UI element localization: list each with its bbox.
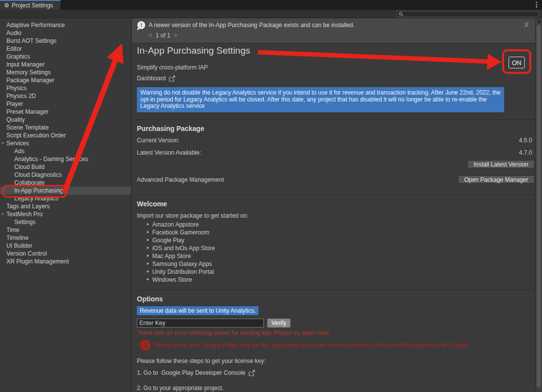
latest-version-value: 4.7.0: [519, 149, 532, 156]
section-divider: [132, 195, 535, 195]
open-package-manager-button[interactable]: Open Package Manager: [458, 175, 535, 184]
info-icon: i: [140, 340, 151, 351]
sidebar-item-quality[interactable]: Quality: [0, 116, 131, 124]
alert-bubble-icon: !: [137, 21, 145, 29]
project-settings-window: ⚙ Project Settings ⋮ Adaptive Performanc…: [0, 0, 542, 392]
verify-button[interactable]: Verify: [267, 319, 290, 327]
vertical-scrollbar[interactable]: [535, 18, 542, 392]
sidebar-item-scene-template[interactable]: Scene Template: [0, 124, 131, 131]
scroll-up-icon[interactable]: [537, 20, 541, 23]
sidebar-item-physics[interactable]: Physics: [0, 84, 131, 92]
sidebar-item-analytics-gaming-services[interactable]: Analytics - Gaming Services: [0, 155, 131, 163]
gear-icon: ⚙: [4, 2, 9, 8]
current-version-value: 4.5.0: [519, 137, 532, 144]
settings-list: Adaptive PerformanceAudioBurst AOT Setti…: [0, 21, 131, 265]
sidebar-item-label: UI Builder: [0, 242, 32, 249]
sidebar-item-player[interactable]: Player: [0, 100, 131, 108]
sidebar-item-label: Audio: [0, 30, 22, 36]
google-play-console-link[interactable]: Google Play Developer Console: [161, 369, 246, 376]
license-key-input[interactable]: [137, 319, 264, 327]
sidebar-item-label: Package Manager: [0, 77, 54, 84]
close-icon[interactable]: X: [524, 21, 529, 29]
sidebar-item-label: Script Execution Order: [0, 132, 66, 139]
store-list-item: Unity Distribution Portal: [147, 268, 215, 276]
sidebar-item-script-execution-order[interactable]: Script Execution Order: [0, 131, 131, 139]
foldout-arrow-icon[interactable]: ▼: [1, 212, 4, 216]
sidebar-item-label: Version Control: [0, 250, 47, 257]
sidebar-item-ads[interactable]: Ads: [0, 147, 131, 155]
sidebar-item-label: Quality: [0, 116, 25, 123]
sidebar-item-label: Collaborate: [0, 179, 44, 186]
sidebar-item-input-manager[interactable]: Input Manager: [0, 61, 131, 68]
sidebar-item-audio[interactable]: Audio: [0, 29, 131, 37]
pagination-prev-button[interactable]: <: [149, 32, 152, 39]
search-box[interactable]: [396, 11, 540, 17]
sidebar-item-preset-manager[interactable]: Preset Manager: [0, 108, 131, 116]
sidebar-item-package-manager[interactable]: Package Manager: [0, 76, 131, 84]
sidebar-item-label: Physics: [0, 85, 27, 92]
sidebar-item-label: Timeline: [0, 234, 29, 241]
section-divider: [132, 119, 535, 120]
install-latest-version-button[interactable]: Install Latest Version: [467, 160, 535, 168]
sidebar-item-label: Scene Template: [0, 124, 49, 131]
scrollbar-thumb[interactable]: [537, 25, 541, 388]
sidebar-item-version-control[interactable]: Version Control: [0, 250, 131, 258]
current-version-label: Current Version:: [137, 137, 180, 144]
google-key-message: Please enter your Google Public Key for …: [154, 342, 470, 349]
sidebar-item-cloud-diagnostics[interactable]: Cloud Diagnostics: [0, 171, 131, 179]
pagination-next-button[interactable]: >: [174, 32, 177, 39]
sidebar-item-label: TextMesh Pro: [0, 211, 42, 218]
store-list-item: Windows Store: [147, 276, 215, 284]
kebab-menu-icon[interactable]: ⋮: [533, 0, 540, 8]
sidebar-item-xr-plugin-management[interactable]: XR Plugin Management: [0, 258, 131, 265]
sidebar-item-textmesh-pro[interactable]: ▼TextMesh Pro: [0, 210, 131, 218]
sidebar-item-label: Settings: [0, 219, 35, 226]
legacy-analytics-warning: Warning do not disable the Legacy Analyt…: [137, 87, 504, 112]
store-list-item: Google Play: [147, 236, 215, 244]
sidebar-item-cloud-build[interactable]: Cloud Build: [0, 163, 131, 171]
sidebar-item-in-app-purchasing[interactable]: In-App Purchasing: [0, 187, 131, 195]
sidebar-item-physics-2d[interactable]: Physics 2D: [0, 92, 131, 100]
sidebar-item-graphics[interactable]: Graphics: [0, 53, 131, 61]
store-list-item: Facebook Gameroom: [147, 229, 215, 236]
update-notification-banner: ! A newer version of the In-App Purchasi…: [132, 18, 535, 43]
sidebar-item-label: Cloud Diagnostics: [0, 171, 62, 178]
step-1-prefix: 1. Go to: [137, 369, 158, 376]
sidebar-item-timeline[interactable]: Timeline: [0, 234, 131, 242]
tab-bar: ⚙ Project Settings ⋮: [0, 0, 542, 10]
sidebar-item-memory-settings[interactable]: Memory Settings: [0, 68, 131, 76]
iap-on-toggle[interactable]: ON: [509, 57, 525, 68]
external-link-icon: [249, 370, 255, 376]
sidebar-item-label: Legacy Analytics: [0, 195, 58, 202]
sidebar-item-time[interactable]: Time: [0, 226, 131, 234]
sidebar-item-ui-builder[interactable]: UI Builder: [0, 242, 131, 250]
purchasing-package-title: Purchasing Package: [137, 125, 204, 132]
foldout-arrow-icon[interactable]: ▼: [1, 141, 4, 145]
external-link-icon: [169, 75, 175, 82]
sidebar-item-tags-and-layers[interactable]: Tags and Layers: [0, 202, 131, 210]
step-2: 2. Go to your appropriate project.: [137, 385, 223, 392]
sidebar-item-label: Editor: [0, 45, 22, 52]
sidebar-item-burst-aot-settings[interactable]: Burst AOT Settings: [0, 37, 131, 45]
welcome-title: Welcome: [137, 200, 167, 208]
sidebar-item-collaborate[interactable]: Collaborate: [0, 179, 131, 187]
sidebar-item-label: In-App Purchasing: [0, 187, 63, 194]
sidebar-item-services[interactable]: ▼Services: [0, 139, 131, 147]
sidebar-item-adaptive-performance[interactable]: Adaptive Performance: [0, 21, 131, 29]
sidebar-item-editor[interactable]: Editor: [0, 45, 131, 53]
options-title: Options: [137, 295, 163, 303]
store-list-item: Mac App Store: [147, 252, 215, 260]
tab-title: Project Settings: [12, 2, 53, 9]
search-input[interactable]: [406, 11, 537, 17]
search-icon: [399, 12, 404, 17]
store-list-item: iOS and tvOs App Store: [147, 244, 215, 252]
sidebar-item-label: Preset Manager: [0, 108, 48, 115]
dashboard-link[interactable]: Dashboard: [137, 75, 175, 82]
sidebar-item-label: Time: [0, 227, 19, 233]
sidebar-item-label: Ads: [0, 148, 25, 155]
sidebar-item-legacy-analytics[interactable]: Legacy Analytics: [0, 195, 131, 202]
tab-project-settings[interactable]: ⚙ Project Settings: [0, 0, 61, 10]
store-list-item: Samsung Galaxy Apps: [147, 260, 215, 268]
sidebar-item-settings[interactable]: Settings: [0, 218, 131, 226]
sidebar-item-label: XR Plugin Management: [0, 258, 69, 265]
